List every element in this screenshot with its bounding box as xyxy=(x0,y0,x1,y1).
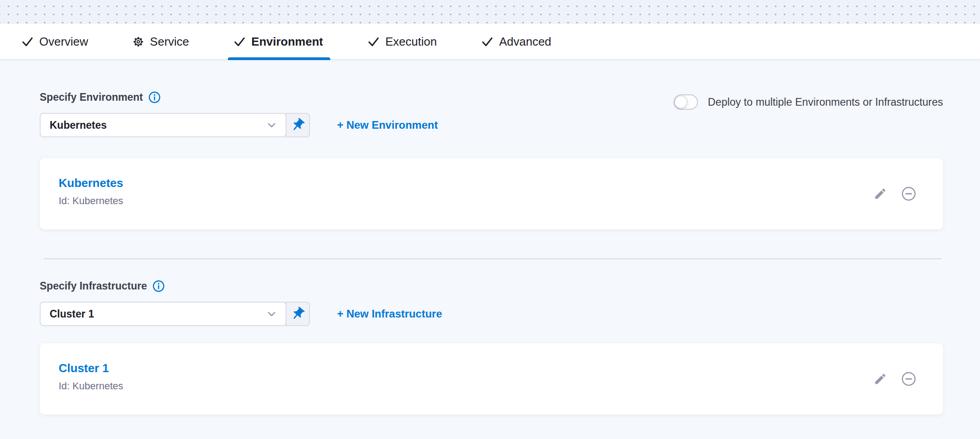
infrastructure-combo: Cluster 1 xyxy=(40,302,310,326)
edit-icon[interactable] xyxy=(874,187,887,201)
tab-environment[interactable]: Environment xyxy=(233,24,323,59)
infrastructure-card-id: Id: Kubernetes xyxy=(59,380,943,392)
dotted-header-strip xyxy=(0,0,980,24)
infrastructure-card: Cluster 1 Id: Kubernetes xyxy=(40,343,943,415)
tab-label: Service xyxy=(150,35,189,49)
environment-card-id: Id: Kubernetes xyxy=(59,195,943,207)
toggle-knob xyxy=(675,96,687,108)
multi-env-toggle-row: Deploy to multiple Environments or Infra… xyxy=(674,94,943,110)
new-infrastructure-button[interactable]: + New Infrastructure xyxy=(337,308,442,320)
pin-button[interactable] xyxy=(286,113,310,137)
tab-advanced[interactable]: Advanced xyxy=(481,24,551,59)
info-icon[interactable] xyxy=(152,280,165,293)
stage-tabs: Overview Service Environment Execution A… xyxy=(0,24,980,60)
check-icon xyxy=(233,35,246,48)
multi-env-toggle[interactable] xyxy=(674,94,698,110)
info-icon[interactable] xyxy=(148,91,161,104)
specify-infrastructure-label: Specify Infrastructure xyxy=(40,280,943,293)
remove-icon[interactable] xyxy=(901,371,917,387)
chevron-down-icon xyxy=(265,118,278,132)
infrastructure-select[interactable]: Cluster 1 xyxy=(40,302,287,326)
environment-card: Kubernetes Id: Kubernetes xyxy=(40,158,943,229)
pin-icon xyxy=(290,117,305,133)
check-icon xyxy=(21,35,34,48)
environment-field-row: Kubernetes + New Environment xyxy=(40,113,943,137)
infrastructure-field-row: Cluster 1 + New Infrastructure xyxy=(40,302,943,326)
environment-card-actions xyxy=(874,186,917,202)
check-icon xyxy=(367,35,380,48)
section-divider xyxy=(44,258,941,259)
chevron-down-icon xyxy=(265,307,278,321)
environment-combo: Kubernetes xyxy=(40,113,310,137)
tab-overview[interactable]: Overview xyxy=(21,24,88,59)
tab-label: Overview xyxy=(39,35,88,49)
environment-tab-panel: Deploy to multiple Environments or Infra… xyxy=(0,60,980,415)
environment-select-value: Kubernetes xyxy=(50,119,107,131)
environment-select[interactable]: Kubernetes xyxy=(40,113,287,137)
pin-icon xyxy=(290,306,305,322)
edit-icon[interactable] xyxy=(874,372,887,386)
remove-icon[interactable] xyxy=(901,186,917,202)
tab-label: Environment xyxy=(251,35,323,49)
gear-icon xyxy=(132,36,144,48)
tab-label: Execution xyxy=(385,35,437,49)
tab-label: Advanced xyxy=(499,35,551,49)
tab-execution[interactable]: Execution xyxy=(367,24,437,59)
check-icon xyxy=(481,35,494,48)
infrastructure-card-actions xyxy=(874,371,917,387)
infrastructure-card-title[interactable]: Cluster 1 xyxy=(59,361,943,375)
environment-card-title[interactable]: Kubernetes xyxy=(59,176,943,190)
pin-button[interactable] xyxy=(286,302,310,326)
new-environment-button[interactable]: + New Environment xyxy=(337,119,438,131)
tab-service[interactable]: Service xyxy=(132,24,189,59)
multi-env-toggle-label: Deploy to multiple Environments or Infra… xyxy=(708,96,943,108)
infrastructure-select-value: Cluster 1 xyxy=(50,308,94,320)
